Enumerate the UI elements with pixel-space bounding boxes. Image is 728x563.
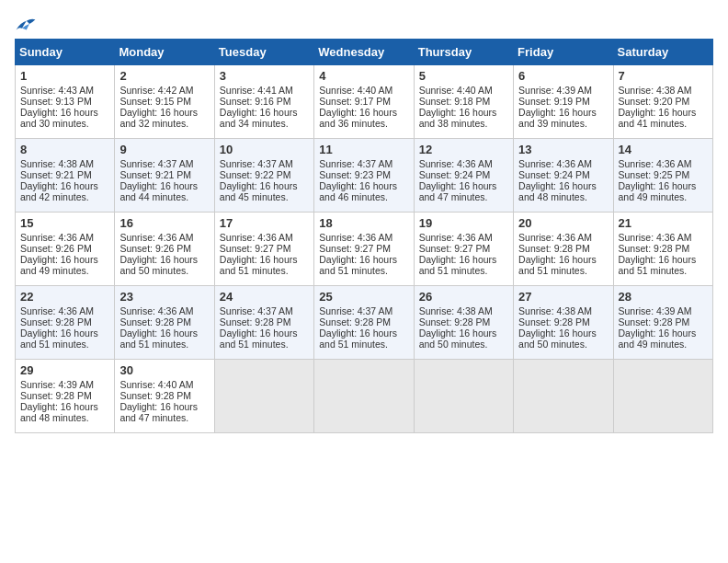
day-number: 27 xyxy=(518,290,608,304)
day-number: 11 xyxy=(319,143,408,156)
calendar-cell: 6Sunrise: 4:39 AMSunset: 9:19 PMDaylight… xyxy=(514,65,613,139)
sunrise-text: Sunrise: 4:39 AM xyxy=(619,305,692,316)
calendar-cell xyxy=(214,360,313,433)
daylight-text: Daylight: 16 hours and 51 minutes. xyxy=(119,327,198,350)
daylight-text: Daylight: 16 hours and 49 minutes. xyxy=(619,327,697,350)
sunset-text: Sunset: 9:27 PM xyxy=(220,243,291,254)
sunset-text: Sunset: 9:21 PM xyxy=(119,169,191,180)
calendar-cell xyxy=(414,360,513,433)
calendar-cell xyxy=(314,360,414,433)
calendar-cell: 4Sunrise: 4:40 AMSunset: 9:17 PMDaylight… xyxy=(314,65,414,139)
sunset-text: Sunset: 9:21 PM xyxy=(20,169,92,180)
calendar-cell: 2Sunrise: 4:42 AMSunset: 9:15 PMDaylight… xyxy=(115,65,214,139)
sunset-text: Sunset: 9:28 PM xyxy=(419,316,491,327)
header-day-saturday: Saturday xyxy=(613,40,712,65)
sunrise-text: Sunrise: 4:36 AM xyxy=(20,305,94,316)
week-row-4: 22Sunrise: 4:36 AMSunset: 9:28 PMDayligh… xyxy=(16,286,713,360)
day-number: 10 xyxy=(220,143,309,156)
daylight-text: Daylight: 16 hours and 44 minutes. xyxy=(119,180,198,202)
sunrise-text: Sunrise: 4:37 AM xyxy=(319,158,392,169)
sunset-text: Sunset: 9:23 PM xyxy=(319,169,391,180)
day-number: 22 xyxy=(20,290,109,304)
sunrise-text: Sunrise: 4:36 AM xyxy=(20,232,94,243)
sunrise-text: Sunrise: 4:38 AM xyxy=(20,158,94,169)
sunrise-text: Sunrise: 4:36 AM xyxy=(319,232,392,243)
daylight-text: Daylight: 16 hours and 51 minutes. xyxy=(220,327,298,350)
day-number: 4 xyxy=(319,69,408,83)
calendar-cell: 14Sunrise: 4:36 AMSunset: 9:25 PMDayligh… xyxy=(613,139,712,213)
sunrise-text: Sunrise: 4:40 AM xyxy=(119,379,193,390)
daylight-text: Daylight: 16 hours and 38 minutes. xyxy=(419,107,497,129)
sunrise-text: Sunrise: 4:40 AM xyxy=(319,85,392,96)
calendar-cell: 17Sunrise: 4:36 AMSunset: 9:27 PMDayligh… xyxy=(214,213,313,286)
daylight-text: Daylight: 16 hours and 49 minutes. xyxy=(20,254,98,276)
sunset-text: Sunset: 9:25 PM xyxy=(619,169,690,180)
daylight-text: Daylight: 16 hours and 47 minutes. xyxy=(419,180,497,202)
week-row-5: 29Sunrise: 4:39 AMSunset: 9:28 PMDayligh… xyxy=(16,360,713,433)
sunrise-text: Sunrise: 4:39 AM xyxy=(518,85,592,96)
sunset-text: Sunset: 9:27 PM xyxy=(319,243,391,254)
daylight-text: Daylight: 16 hours and 48 minutes. xyxy=(518,180,597,202)
day-number: 15 xyxy=(20,216,109,230)
daylight-text: Daylight: 16 hours and 51 minutes. xyxy=(419,254,497,276)
header-day-thursday: Thursday xyxy=(414,40,513,65)
day-number: 17 xyxy=(220,216,309,230)
sunset-text: Sunset: 9:28 PM xyxy=(20,316,92,327)
header-day-sunday: Sunday xyxy=(16,40,115,65)
sunrise-text: Sunrise: 4:36 AM xyxy=(619,158,692,169)
calendar-cell: 23Sunrise: 4:36 AMSunset: 9:28 PMDayligh… xyxy=(115,286,214,360)
header-day-tuesday: Tuesday xyxy=(214,40,313,65)
sunset-text: Sunset: 9:28 PM xyxy=(619,243,690,254)
day-number: 28 xyxy=(619,290,708,304)
sunset-text: Sunset: 9:24 PM xyxy=(518,169,590,180)
daylight-text: Daylight: 16 hours and 51 minutes. xyxy=(319,327,397,350)
sunrise-text: Sunrise: 4:36 AM xyxy=(619,232,692,243)
calendar-cell: 29Sunrise: 4:39 AMSunset: 9:28 PMDayligh… xyxy=(16,360,115,433)
sunrise-text: Sunrise: 4:38 AM xyxy=(619,85,692,96)
week-row-3: 15Sunrise: 4:36 AMSunset: 9:26 PMDayligh… xyxy=(16,213,713,286)
calendar-cell: 3Sunrise: 4:41 AMSunset: 9:16 PMDaylight… xyxy=(214,65,313,139)
day-number: 25 xyxy=(319,290,408,304)
daylight-text: Daylight: 16 hours and 49 minutes. xyxy=(619,180,697,202)
day-number: 14 xyxy=(619,143,708,156)
day-number: 6 xyxy=(518,69,608,83)
day-number: 20 xyxy=(518,216,608,230)
sunrise-text: Sunrise: 4:43 AM xyxy=(20,85,94,96)
calendar-cell: 22Sunrise: 4:36 AMSunset: 9:28 PMDayligh… xyxy=(16,286,115,360)
sunrise-text: Sunrise: 4:41 AM xyxy=(220,85,293,96)
sunrise-text: Sunrise: 4:37 AM xyxy=(220,158,293,169)
sunrise-text: Sunrise: 4:36 AM xyxy=(518,232,592,243)
sunrise-text: Sunrise: 4:36 AM xyxy=(220,232,293,243)
logo xyxy=(15,15,40,33)
sunrise-text: Sunrise: 4:37 AM xyxy=(119,158,193,169)
daylight-text: Daylight: 16 hours and 30 minutes. xyxy=(20,107,98,129)
sunrise-text: Sunrise: 4:36 AM xyxy=(518,158,592,169)
daylight-text: Daylight: 16 hours and 48 minutes. xyxy=(20,401,98,423)
sunrise-text: Sunrise: 4:36 AM xyxy=(119,305,193,316)
daylight-text: Daylight: 16 hours and 45 minutes. xyxy=(220,180,298,202)
daylight-text: Daylight: 16 hours and 51 minutes. xyxy=(619,254,697,276)
calendar-cell: 9Sunrise: 4:37 AMSunset: 9:21 PMDaylight… xyxy=(115,139,214,213)
sunset-text: Sunset: 9:27 PM xyxy=(419,243,491,254)
daylight-text: Daylight: 16 hours and 50 minutes. xyxy=(419,327,497,350)
daylight-text: Daylight: 16 hours and 51 minutes. xyxy=(220,254,298,276)
day-number: 29 xyxy=(20,363,109,377)
calendar-table: SundayMondayTuesdayWednesdayThursdayFrid… xyxy=(15,39,713,433)
sunset-text: Sunset: 9:28 PM xyxy=(518,316,590,327)
daylight-text: Daylight: 16 hours and 34 minutes. xyxy=(220,107,298,129)
calendar-cell: 1Sunrise: 4:43 AMSunset: 9:13 PMDaylight… xyxy=(16,65,115,139)
calendar-cell: 20Sunrise: 4:36 AMSunset: 9:28 PMDayligh… xyxy=(514,213,613,286)
sunset-text: Sunset: 9:28 PM xyxy=(20,390,92,401)
sunset-text: Sunset: 9:13 PM xyxy=(20,96,92,107)
daylight-text: Daylight: 16 hours and 51 minutes. xyxy=(20,327,98,350)
daylight-text: Daylight: 16 hours and 46 minutes. xyxy=(319,180,397,202)
calendar-cell: 5Sunrise: 4:40 AMSunset: 9:18 PMDaylight… xyxy=(414,65,513,139)
header-day-wednesday: Wednesday xyxy=(314,40,414,65)
day-number: 26 xyxy=(419,290,508,304)
calendar-cell: 10Sunrise: 4:37 AMSunset: 9:22 PMDayligh… xyxy=(214,139,313,213)
logo-icon xyxy=(15,15,37,33)
day-number: 23 xyxy=(119,290,209,304)
sunset-text: Sunset: 9:24 PM xyxy=(419,169,491,180)
calendar-cell: 12Sunrise: 4:36 AMSunset: 9:24 PMDayligh… xyxy=(414,139,513,213)
day-number: 3 xyxy=(220,69,309,83)
